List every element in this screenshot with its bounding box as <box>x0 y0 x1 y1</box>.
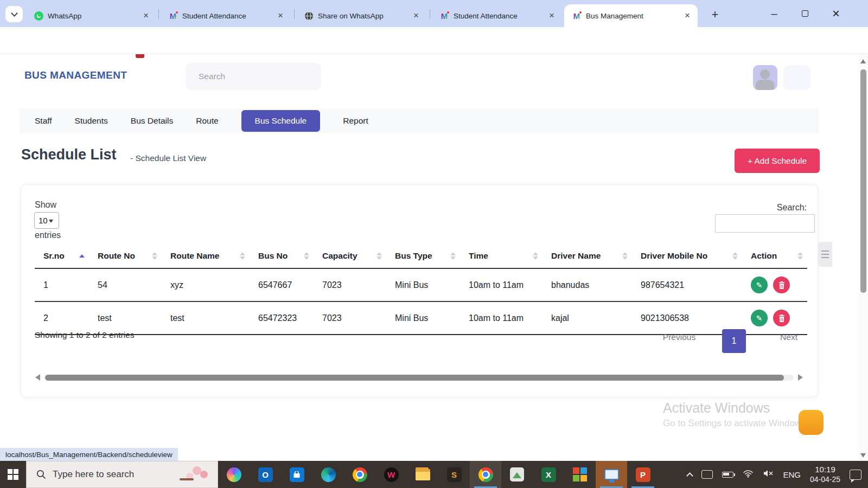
folder-icon <box>416 469 430 480</box>
attendance-logo-icon: M <box>168 11 178 21</box>
page-size-select[interactable]: 10 <box>34 212 59 229</box>
col-srno[interactable]: Sr.no <box>35 243 89 268</box>
close-icon[interactable]: × <box>276 10 285 21</box>
sort-icons[interactable] <box>622 252 628 260</box>
action-center-icon[interactable] <box>850 470 861 480</box>
window-close-button[interactable]: × <box>821 0 851 27</box>
pagination-previous[interactable]: Previous <box>649 332 709 342</box>
taskbar-outlook[interactable]: O <box>250 461 281 488</box>
hscroll-right-arrow[interactable] <box>798 374 803 381</box>
taskbar-wordpress[interactable]: W <box>375 461 407 488</box>
sort-icons[interactable] <box>533 252 538 260</box>
user-avatar[interactable] <box>753 65 777 90</box>
add-schedule-button[interactable]: + Add Schedule <box>735 149 820 173</box>
taskbar-chrome-active[interactable] <box>470 461 501 488</box>
sort-icons[interactable] <box>376 252 382 260</box>
taskbar-file-explorer[interactable] <box>407 461 438 488</box>
nav-item-bus-details[interactable]: Bus Details <box>131 116 173 126</box>
browser-status-tooltip: localhost/Bus_Management/Backend/schedul… <box>0 448 178 461</box>
taskbar-monitor-app-active[interactable] <box>596 461 627 488</box>
nav-item-bus-schedule[interactable]: Bus Schedule <box>241 110 321 132</box>
col-bus-type[interactable]: Bus Type <box>386 243 460 268</box>
hscroll-left-arrow[interactable] <box>35 374 40 381</box>
taskbar-app-generic[interactable] <box>501 461 533 488</box>
taskbar-excel[interactable]: X <box>533 461 564 488</box>
col-driver-mobile[interactable]: Driver Mobile No <box>632 243 742 268</box>
tab-bus-management-active[interactable]: M Bus Management × <box>564 4 698 27</box>
close-icon[interactable]: × <box>411 10 421 21</box>
sort-icons[interactable] <box>797 252 803 260</box>
taskbar-copilot[interactable] <box>218 461 250 488</box>
nav-item-route[interactable]: Route <box>196 116 218 126</box>
header-action-tile[interactable] <box>783 65 810 90</box>
pagination-current-page[interactable]: 1 <box>722 329 746 353</box>
nav-item-report[interactable]: Report <box>343 116 368 126</box>
wifi-icon[interactable] <box>743 469 754 480</box>
close-icon[interactable]: × <box>141 10 151 21</box>
col-action[interactable]: Action <box>742 243 807 268</box>
taskbar-chrome[interactable] <box>344 461 375 488</box>
vertical-scrollbar[interactable] <box>859 54 868 461</box>
close-icon[interactable]: × <box>547 10 557 21</box>
cell-action: ✎ <box>742 301 807 335</box>
side-handle-widget[interactable] <box>818 242 832 267</box>
delete-button[interactable] <box>773 277 790 293</box>
col-route-no[interactable]: Route No <box>89 243 162 268</box>
col-capacity[interactable]: Capacity <box>314 243 386 268</box>
volume-muted-icon[interactable] <box>763 469 774 480</box>
close-icon[interactable]: × <box>682 10 692 21</box>
clock-date: 04-04-25 <box>810 475 840 485</box>
generic-app-icon <box>510 467 524 481</box>
nav-item-staff[interactable]: Staff <box>35 116 52 126</box>
excel-icon: X <box>541 467 556 482</box>
battery-icon[interactable] <box>722 472 733 478</box>
col-bus-no[interactable]: Bus No <box>250 243 314 268</box>
edit-button[interactable]: ✎ <box>751 310 768 326</box>
main-nav: Staff Students Bus Details Route Bus Sch… <box>20 108 819 133</box>
tab-share-whatsapp[interactable]: Share on WhatsApp × <box>296 4 426 27</box>
tab-student-attendance-2[interactable]: M Student Attendance × <box>432 4 562 27</box>
sort-icons[interactable] <box>152 252 157 260</box>
start-button[interactable] <box>0 461 26 488</box>
sort-icons[interactable] <box>732 252 738 260</box>
hscrollbar-thumb[interactable] <box>45 375 784 381</box>
window-restore-button[interactable] <box>790 0 820 27</box>
table-search-input[interactable] <box>715 214 815 233</box>
tab-whatsapp[interactable]: WhatsApp × <box>26 4 156 27</box>
sort-icons[interactable] <box>304 252 309 260</box>
scrolled-logo-sliver <box>136 54 144 58</box>
cell-time: 10am to 11am <box>460 268 542 301</box>
edit-button[interactable]: ✎ <box>751 277 768 293</box>
pagination-next[interactable]: Next <box>759 332 819 342</box>
taskbar-clock[interactable]: 10:19 04-04-25 <box>810 465 840 484</box>
taskbar-photos-mosaic[interactable] <box>564 461 596 488</box>
col-time[interactable]: Time <box>460 243 542 268</box>
taskbar-sublime[interactable]: S <box>438 461 470 488</box>
col-route-name[interactable]: Route Name <box>162 243 250 268</box>
sort-icons[interactable] <box>450 252 456 260</box>
tab-student-attendance-1[interactable]: M Student Attendance × <box>161 4 291 27</box>
table-search-label: Search: <box>736 203 807 213</box>
tray-expand-icon[interactable] <box>687 472 694 479</box>
taskbar-powerpoint[interactable]: P <box>627 461 659 488</box>
tab-search-button[interactable] <box>5 6 23 22</box>
sort-icons[interactable] <box>240 252 245 260</box>
new-tab-button[interactable]: + <box>707 7 723 23</box>
table-header-row: Sr.no Route No Route Name Bus No Capacit… <box>35 243 807 268</box>
taskbar-store[interactable] <box>281 461 312 488</box>
taskbar-search[interactable]: Type here to search <box>26 461 218 488</box>
taskbar-edge[interactable] <box>312 461 344 488</box>
chat-widget-button[interactable] <box>799 410 824 435</box>
nav-item-students[interactable]: Students <box>75 116 108 126</box>
delete-button[interactable] <box>773 310 790 326</box>
tab-separator <box>294 9 295 19</box>
scroll-down-arrow[interactable] <box>860 453 866 458</box>
sort-asc-icon[interactable] <box>79 254 85 258</box>
language-indicator[interactable]: ENG <box>783 470 801 479</box>
window-minimize-button[interactable]: – <box>759 0 789 27</box>
site-search-input[interactable] <box>186 63 321 90</box>
scroll-up-arrow[interactable] <box>860 59 866 63</box>
col-driver-name[interactable]: Driver Name <box>542 243 632 268</box>
tablet-mode-icon[interactable] <box>701 470 713 479</box>
vscrollbar-thumb[interactable] <box>860 69 866 293</box>
